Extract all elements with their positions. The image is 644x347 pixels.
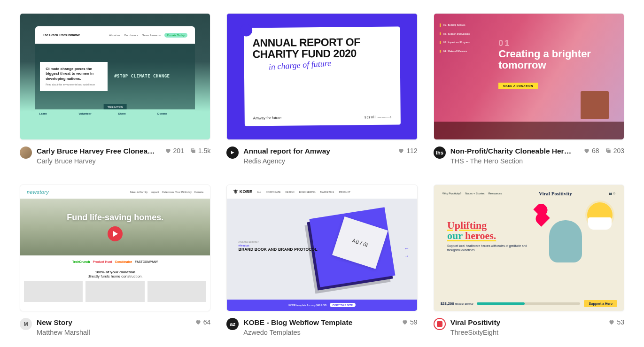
thumb-heading: BRAND BOOK AND BRAND PROTOCOL <box>239 247 318 252</box>
likes-count: 68 <box>592 147 599 154</box>
project-thumbnail[interactable]: 01 / Building Schools 02 / Support and E… <box>434 13 624 140</box>
card-meta: M New Story Matthew Marshall 64 <box>20 318 210 336</box>
likes-count: 112 <box>406 147 417 154</box>
mask-icon <box>588 217 612 230</box>
project-title[interactable]: Non-Profit/Charity Cloneable Her… <box>450 147 573 156</box>
author-avatar[interactable] <box>226 147 239 159</box>
card-meta: az KOBE - Blog Webflow Template Azwedo T… <box>226 318 417 336</box>
card-meta: Viral Positivity ThreeSixtyEight 53 <box>434 318 624 336</box>
project-thumbnail[interactable]: ANNUAL REPORT OF CHARITY FUND 2020 in ch… <box>226 13 417 140</box>
project-thumbnail[interactable]: newstory Meet A Family Impact Celebrate … <box>20 185 210 311</box>
card-meta: ths Non-Profit/Charity Cloneable Her… TH… <box>434 147 624 165</box>
project-title[interactable]: Carly Bruce Harvey Free Cloneab… <box>37 147 159 156</box>
project-author[interactable]: Carly Bruce Harvey <box>37 157 160 165</box>
project-card: 市 KOBE ALL CORPORATE DESIGN ENGINEERING … <box>226 185 417 336</box>
likes-button[interactable]: 112 <box>398 147 417 154</box>
project-card: ANNUAL REPORT OF CHARITY FUND 2020 in ch… <box>226 13 417 165</box>
thumb-cta: MAKE A DONATION <box>498 83 538 89</box>
project-title[interactable]: KOBE - Blog Webflow Template <box>243 318 365 328</box>
project-card: 01 / Building Schools 02 / Support and E… <box>434 13 624 165</box>
thumb-heading: ANNUAL REPORT OF CHARITY FUND 2020 <box>252 36 391 60</box>
project-author[interactable]: ThreeSixtyEight <box>450 329 604 336</box>
thumb-logo: The Green Trees Initiative <box>43 33 80 37</box>
clones-count: 1.5k <box>198 147 210 154</box>
project-thumbnail[interactable]: 市 KOBE ALL CORPORATE DESIGN ENGINEERING … <box>226 185 417 311</box>
author-avatar[interactable] <box>434 318 446 330</box>
arrow-icon: ←→ <box>404 245 409 260</box>
heart-icon <box>583 147 590 154</box>
author-avatar[interactable]: ths <box>434 147 446 159</box>
thumb-heading: Uplifting our heroes. <box>447 220 531 241</box>
likes-button[interactable]: 201 <box>165 147 184 154</box>
project-author[interactable]: Redis Agency <box>243 157 393 165</box>
likes-count: 64 <box>203 318 211 326</box>
card-meta: Carly Bruce Harvey Free Cloneab… Carly B… <box>20 147 210 165</box>
likes-count: 201 <box>173 147 184 154</box>
clones-count: 203 <box>613 147 624 154</box>
clone-icon <box>190 147 196 154</box>
clones-button[interactable]: 203 <box>605 147 624 154</box>
card-meta: Annual report for Amway Redis Agency 112 <box>226 147 417 165</box>
thumb-nav: The Green Trees Initiative About us Our … <box>35 26 195 44</box>
project-author[interactable]: Azwedo Templates <box>243 329 397 336</box>
play-icon <box>108 226 123 241</box>
project-title[interactable]: Viral Positivity <box>450 318 573 328</box>
likes-button[interactable]: 64 <box>195 318 211 326</box>
thumb-cta: Support a Hero <box>584 300 617 307</box>
clone-icon <box>605 147 612 154</box>
thumb-nav-items: About us Our donors News & events Donate… <box>109 33 187 38</box>
likes-button[interactable]: 68 <box>583 147 599 154</box>
likes-button[interactable]: 59 <box>402 318 418 326</box>
clones-button[interactable]: 1.5k <box>190 147 210 154</box>
thumb-logo: Viral Positivity <box>539 191 572 196</box>
thumb-heading: 01 Creating a brighter tomorrow <box>498 39 624 70</box>
hand-icon <box>549 220 582 262</box>
project-thumbnail[interactable]: Why Positivity? Notes + Stories Resource… <box>434 185 624 311</box>
project-grid: The Green Trees Initiative About us Our … <box>20 13 624 336</box>
project-card: newstory Meet A Family Impact Celebrate … <box>20 185 210 336</box>
project-card: The Green Trees Initiative About us Our … <box>20 13 210 165</box>
thumb-heading: Fund life-saving homes. <box>67 213 163 223</box>
heart-icon <box>165 147 171 154</box>
project-author[interactable]: Matthew Marshall <box>37 329 190 336</box>
likes-button[interactable]: 53 <box>608 318 624 326</box>
project-author[interactable]: THS - The Hero Section <box>450 157 579 165</box>
thumb-slogan: #STOP CLIMATE CHANGE <box>114 74 170 79</box>
heart-icon <box>195 319 202 325</box>
project-card: Why Positivity? Notes + Stories Resource… <box>434 185 624 336</box>
thumb-logo: newstory <box>27 189 49 195</box>
project-thumbnail[interactable]: The Green Trees Initiative About us Our … <box>20 13 210 140</box>
heart-icon <box>402 319 408 325</box>
author-avatar[interactable]: M <box>20 318 32 330</box>
thumb-quote: Climate change poses the biggest threat … <box>40 62 108 91</box>
heart-icon <box>608 319 615 325</box>
thumb-script: in charge of future <box>268 60 331 71</box>
likes-count: 59 <box>410 318 418 326</box>
project-title[interactable]: New Story <box>37 318 159 328</box>
heart-icon <box>534 210 550 226</box>
author-avatar[interactable]: az <box>226 318 239 330</box>
heart-icon <box>398 147 404 154</box>
author-avatar[interactable] <box>20 147 32 159</box>
likes-count: 53 <box>617 318 624 326</box>
project-title[interactable]: Annual report for Amway <box>243 147 365 156</box>
